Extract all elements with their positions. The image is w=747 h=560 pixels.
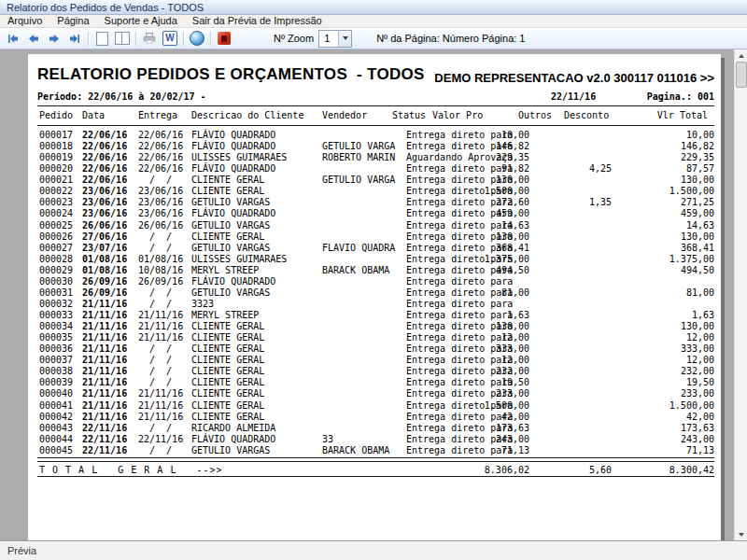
cell-entrega: 22/11/16 bbox=[138, 434, 183, 444]
cell-data: 21/11/16 bbox=[82, 377, 127, 387]
cell-cliente: CLIENTE GERAL bbox=[191, 321, 264, 331]
chevron-down-icon[interactable] bbox=[338, 31, 351, 47]
cell-vlr_total: 333,00 bbox=[681, 343, 714, 354]
cell-entrega: / / bbox=[138, 243, 172, 253]
last-page-button[interactable] bbox=[64, 29, 85, 48]
cell-vlr_total: 10,00 bbox=[686, 130, 714, 140]
table-row: 00002901/08/1610/08/16MERYL STREEPBARACK… bbox=[28, 265, 721, 276]
cell-valor_pro: 459,00 bbox=[496, 208, 529, 218]
cell-pedido: 000034 bbox=[39, 321, 73, 331]
menu-suporte-e-ajuda[interactable]: Suporte e Ajuda bbox=[97, 15, 185, 27]
cell-cliente: MERYL STREEP bbox=[191, 310, 259, 320]
cell-valor_pro: 1.500,00 bbox=[485, 400, 529, 411]
cell-valor_pro: 243,00 bbox=[496, 434, 529, 444]
cell-valor_pro: 130,00 bbox=[496, 231, 529, 242]
cell-data: 21/11/16 bbox=[82, 321, 127, 331]
table-row: 00002122/06/16 / /CLIENTE GERALGETULIO V… bbox=[28, 175, 721, 186]
cell-entrega: 10/08/16 bbox=[138, 265, 183, 275]
cell-pedido: 000033 bbox=[39, 310, 73, 320]
cell-status: Entrega direto para bbox=[406, 412, 513, 422]
cell-valor_pro: 19,50 bbox=[501, 377, 529, 387]
export-html-button[interactable] bbox=[187, 29, 207, 48]
table-row: 00001922/06/1622/06/16ULISSES GUIMARAESR… bbox=[28, 152, 721, 163]
column-desconto: Desconto bbox=[564, 110, 609, 120]
scroll-down-button[interactable] bbox=[735, 528, 747, 540]
cell-valor_pro: 232,00 bbox=[496, 366, 529, 376]
table-row: 00004121/11/1621/11/16CLIENTE GERALEntre… bbox=[28, 400, 721, 412]
cell-status: Entrega direto para bbox=[406, 299, 513, 309]
cell-data: 21/11/16 bbox=[82, 412, 127, 422]
cell-pedido: 000027 bbox=[39, 243, 73, 253]
toolbar-separator bbox=[88, 32, 89, 46]
toolbar-separator bbox=[183, 32, 184, 46]
cell-cliente: CLIENTE GERAL bbox=[191, 343, 264, 354]
cell-data: 23/06/16 bbox=[82, 197, 127, 207]
table-row: 00002801/08/1601/08/16ULISSES GUIMARAESE… bbox=[28, 254, 721, 265]
cell-valor_pro: 494,50 bbox=[496, 265, 529, 275]
cell-data: 22/11/16 bbox=[82, 434, 127, 444]
titlebar: Relatorio dos Pedidos de Vendas - TODOS bbox=[0, 0, 747, 15]
cell-valor_pro: 10,00 bbox=[501, 130, 529, 140]
cell-vlr_total: 1.500,00 bbox=[669, 186, 714, 196]
cell-pedido: 000021 bbox=[39, 175, 73, 185]
first-page-button[interactable] bbox=[3, 29, 23, 48]
previous-page-icon bbox=[28, 34, 39, 44]
cell-vlr_total: 87,57 bbox=[686, 163, 714, 174]
cell-pedido: 000039 bbox=[39, 377, 73, 387]
cell-cliente: MERYL STREEP bbox=[191, 265, 259, 275]
table-row: 00004221/11/1621/11/16CLIENTE GERALEntre… bbox=[28, 412, 721, 423]
scroll-down-icon bbox=[739, 533, 744, 537]
menu-pagina[interactable]: Página bbox=[49, 15, 96, 27]
cell-valor_pro: 1.500,00 bbox=[485, 186, 529, 196]
cell-vlr_total: 1,63 bbox=[692, 310, 714, 320]
column-vlr-total: Vlr Total bbox=[657, 110, 708, 120]
two-page-view-button[interactable] bbox=[112, 29, 133, 48]
cell-entrega: 23/06/16 bbox=[138, 208, 183, 218]
cell-pedido: 000032 bbox=[39, 299, 73, 309]
cell-entrega: 22/06/16 bbox=[138, 141, 183, 151]
export-word-button[interactable]: W bbox=[160, 29, 180, 48]
cell-entrega: / / bbox=[138, 343, 172, 354]
cell-desconto: 1,35 bbox=[589, 197, 612, 207]
cell-entrega: 26/09/16 bbox=[138, 276, 183, 287]
table-rows: 00001722/06/1622/06/16FLÁVIO QUADRADOEnt… bbox=[28, 130, 721, 456]
export-pdf-button[interactable] bbox=[214, 29, 234, 48]
cell-vlr_total: 12,00 bbox=[686, 332, 714, 343]
cell-pedido: 000037 bbox=[39, 355, 73, 365]
cell-valor_pro: 81,00 bbox=[501, 287, 529, 298]
cell-data: 21/11/16 bbox=[82, 388, 127, 399]
menu-sair-da-previa[interactable]: Sair da Prévia de Impressão bbox=[185, 15, 330, 27]
zoom-select[interactable]: 1 bbox=[318, 30, 352, 48]
scroll-up-button[interactable] bbox=[735, 49, 747, 62]
cell-data: 23/06/16 bbox=[82, 208, 127, 218]
menu-arquivo[interactable]: Arquivo bbox=[0, 15, 49, 27]
cell-pedido: 000023 bbox=[39, 197, 73, 207]
total-label: T O T A L G E R A L -->> bbox=[39, 465, 223, 475]
report-demo-header: DEMO REPRESENTACAO v2.0 300117 011016 >> bbox=[434, 71, 714, 85]
next-page-button[interactable] bbox=[44, 29, 64, 48]
cell-cliente: FLÁVIO QUADRADO bbox=[191, 141, 275, 151]
zoom-value: 1 bbox=[319, 33, 338, 44]
cell-cliente: GETULIO VARGAS bbox=[191, 445, 270, 455]
scrollbar-thumb[interactable] bbox=[736, 62, 747, 88]
cell-vendedor: GETULIO VARGA bbox=[322, 175, 395, 185]
cell-status: Entrega direto para bbox=[406, 220, 513, 231]
cell-entrega: / / bbox=[138, 175, 172, 185]
vertical-scrollbar[interactable] bbox=[734, 49, 747, 540]
table-row: 00002423/06/1623/06/16FLÁVIO QUADRADOEnt… bbox=[28, 208, 721, 219]
single-page-view-button[interactable] bbox=[92, 29, 112, 48]
cell-pedido: 000042 bbox=[39, 412, 73, 422]
divider bbox=[37, 105, 714, 106]
cell-pedido: 000028 bbox=[39, 254, 73, 264]
cell-status: Entrega direto para bbox=[406, 130, 513, 140]
cell-vendedor: ROBERTO MARIN bbox=[322, 152, 395, 162]
table-row: 00003126/09/16 / /GETULIO VARGASEntrega … bbox=[28, 287, 721, 299]
cell-vlr_total: 494,50 bbox=[681, 265, 714, 275]
print-button[interactable] bbox=[139, 29, 160, 48]
cell-data: 22/06/16 bbox=[82, 141, 127, 151]
previous-page-button[interactable] bbox=[23, 29, 44, 48]
cell-status: Entrega direto para bbox=[406, 287, 513, 298]
cell-vlr_total: 271,25 bbox=[681, 197, 714, 207]
table-row: 00004422/11/1622/11/16FLÁVIO QUADRADO33E… bbox=[28, 434, 721, 445]
cell-data: 26/09/16 bbox=[82, 287, 127, 298]
